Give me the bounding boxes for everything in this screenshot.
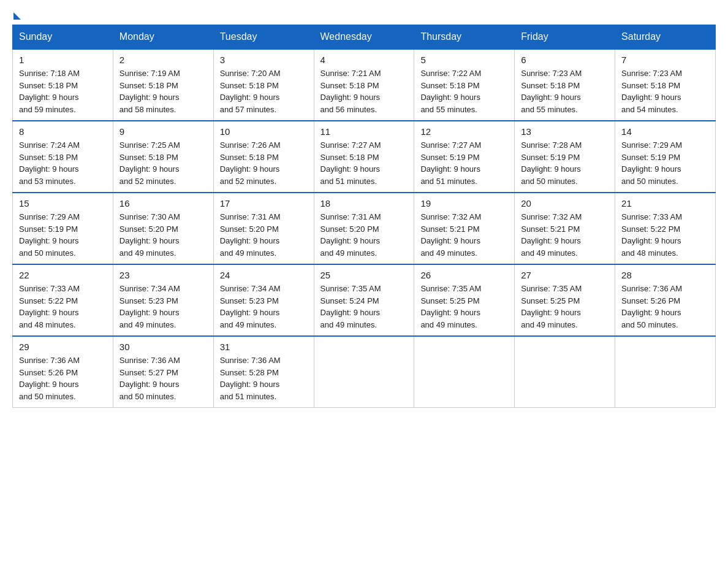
day-number: 31	[220, 342, 308, 352]
day-cell: 10 Sunrise: 7:26 AM Sunset: 5:18 PM Dayl…	[213, 121, 314, 193]
day-cell	[314, 336, 414, 408]
day-number: 4	[320, 55, 408, 65]
day-number: 11	[320, 126, 408, 137]
day-number: 21	[621, 198, 709, 209]
day-info: Sunrise: 7:27 AM Sunset: 5:18 PM Dayligh…	[320, 139, 408, 187]
day-cell: 2 Sunrise: 7:19 AM Sunset: 5:18 PM Dayli…	[113, 49, 213, 121]
logo-triangle-icon	[13, 12, 21, 20]
header-sunday: Sunday	[13, 25, 113, 50]
day-info: Sunrise: 7:35 AM Sunset: 5:24 PM Dayligh…	[320, 283, 408, 331]
day-info: Sunrise: 7:35 AM Sunset: 5:25 PM Dayligh…	[420, 283, 508, 331]
day-cell: 13 Sunrise: 7:28 AM Sunset: 5:19 PM Dayl…	[515, 121, 615, 193]
week-row-2: 8 Sunrise: 7:24 AM Sunset: 5:18 PM Dayli…	[13, 121, 716, 193]
day-number: 12	[420, 126, 508, 137]
logo	[12, 12, 21, 22]
day-cell: 3 Sunrise: 7:20 AM Sunset: 5:18 PM Dayli…	[213, 49, 314, 121]
day-info: Sunrise: 7:35 AM Sunset: 5:25 PM Dayligh…	[521, 283, 609, 331]
day-cell: 25 Sunrise: 7:35 AM Sunset: 5:24 PM Dayl…	[314, 264, 414, 336]
day-cell: 5 Sunrise: 7:22 AM Sunset: 5:18 PM Dayli…	[414, 49, 515, 121]
day-info: Sunrise: 7:34 AM Sunset: 5:23 PM Dayligh…	[119, 283, 207, 331]
day-number: 26	[420, 270, 508, 280]
day-number: 28	[621, 270, 709, 280]
day-number: 5	[420, 55, 508, 65]
day-number: 8	[19, 126, 107, 137]
day-info: Sunrise: 7:31 AM Sunset: 5:20 PM Dayligh…	[220, 211, 308, 259]
day-number: 10	[220, 126, 308, 137]
day-cell: 7 Sunrise: 7:23 AM Sunset: 5:18 PM Dayli…	[615, 49, 716, 121]
header-row: SundayMondayTuesdayWednesdayThursdayFrid…	[13, 25, 716, 50]
day-info: Sunrise: 7:33 AM Sunset: 5:22 PM Dayligh…	[621, 211, 709, 259]
day-number: 18	[320, 198, 408, 209]
day-number: 24	[220, 270, 308, 280]
day-info: Sunrise: 7:21 AM Sunset: 5:18 PM Dayligh…	[320, 67, 408, 115]
day-info: Sunrise: 7:22 AM Sunset: 5:18 PM Dayligh…	[420, 67, 508, 115]
day-number: 23	[119, 270, 207, 280]
day-cell	[515, 336, 615, 408]
day-number: 29	[19, 342, 107, 352]
page-header	[12, 12, 716, 18]
day-cell: 26 Sunrise: 7:35 AM Sunset: 5:25 PM Dayl…	[414, 264, 515, 336]
day-cell: 27 Sunrise: 7:35 AM Sunset: 5:25 PM Dayl…	[515, 264, 615, 336]
day-info: Sunrise: 7:20 AM Sunset: 5:18 PM Dayligh…	[220, 67, 308, 115]
day-cell: 15 Sunrise: 7:29 AM Sunset: 5:19 PM Dayl…	[13, 193, 113, 264]
header-tuesday: Tuesday	[213, 25, 314, 50]
day-info: Sunrise: 7:32 AM Sunset: 5:21 PM Dayligh…	[420, 211, 508, 259]
day-info: Sunrise: 7:30 AM Sunset: 5:20 PM Dayligh…	[119, 211, 207, 259]
week-row-1: 1 Sunrise: 7:18 AM Sunset: 5:18 PM Dayli…	[13, 49, 716, 121]
day-info: Sunrise: 7:31 AM Sunset: 5:20 PM Dayligh…	[320, 211, 408, 259]
day-number: 16	[119, 198, 207, 209]
day-cell: 9 Sunrise: 7:25 AM Sunset: 5:18 PM Dayli…	[113, 121, 213, 193]
day-cell: 30 Sunrise: 7:36 AM Sunset: 5:27 PM Dayl…	[113, 336, 213, 408]
day-number: 7	[621, 55, 709, 65]
day-number: 3	[220, 55, 308, 65]
day-cell: 24 Sunrise: 7:34 AM Sunset: 5:23 PM Dayl…	[213, 264, 314, 336]
header-friday: Friday	[515, 25, 615, 50]
day-info: Sunrise: 7:19 AM Sunset: 5:18 PM Dayligh…	[119, 67, 207, 115]
day-info: Sunrise: 7:23 AM Sunset: 5:18 PM Dayligh…	[621, 67, 709, 115]
day-info: Sunrise: 7:25 AM Sunset: 5:18 PM Dayligh…	[119, 139, 207, 187]
day-info: Sunrise: 7:24 AM Sunset: 5:18 PM Dayligh…	[19, 139, 107, 187]
day-info: Sunrise: 7:29 AM Sunset: 5:19 PM Dayligh…	[621, 139, 709, 187]
day-cell: 28 Sunrise: 7:36 AM Sunset: 5:26 PM Dayl…	[615, 264, 716, 336]
header-monday: Monday	[113, 25, 213, 50]
day-info: Sunrise: 7:26 AM Sunset: 5:18 PM Dayligh…	[220, 139, 308, 187]
day-info: Sunrise: 7:36 AM Sunset: 5:26 PM Dayligh…	[19, 354, 107, 402]
day-cell: 22 Sunrise: 7:33 AM Sunset: 5:22 PM Dayl…	[13, 264, 113, 336]
day-info: Sunrise: 7:23 AM Sunset: 5:18 PM Dayligh…	[521, 67, 609, 115]
day-info: Sunrise: 7:32 AM Sunset: 5:21 PM Dayligh…	[521, 211, 609, 259]
day-info: Sunrise: 7:34 AM Sunset: 5:23 PM Dayligh…	[220, 283, 308, 331]
day-cell	[615, 336, 716, 408]
day-cell: 14 Sunrise: 7:29 AM Sunset: 5:19 PM Dayl…	[615, 121, 716, 193]
week-row-3: 15 Sunrise: 7:29 AM Sunset: 5:19 PM Dayl…	[13, 193, 716, 264]
day-info: Sunrise: 7:27 AM Sunset: 5:19 PM Dayligh…	[420, 139, 508, 187]
day-cell: 6 Sunrise: 7:23 AM Sunset: 5:18 PM Dayli…	[515, 49, 615, 121]
day-number: 15	[19, 198, 107, 209]
day-number: 25	[320, 270, 408, 280]
day-number: 27	[521, 270, 609, 280]
day-cell: 17 Sunrise: 7:31 AM Sunset: 5:20 PM Dayl…	[213, 193, 314, 264]
header-thursday: Thursday	[414, 25, 515, 50]
calendar-table: SundayMondayTuesdayWednesdayThursdayFrid…	[12, 25, 716, 408]
day-number: 9	[119, 126, 207, 137]
day-number: 30	[119, 342, 207, 352]
day-number: 20	[521, 198, 609, 209]
day-cell: 20 Sunrise: 7:32 AM Sunset: 5:21 PM Dayl…	[515, 193, 615, 264]
day-number: 14	[621, 126, 709, 137]
day-info: Sunrise: 7:36 AM Sunset: 5:26 PM Dayligh…	[621, 283, 709, 331]
day-cell: 11 Sunrise: 7:27 AM Sunset: 5:18 PM Dayl…	[314, 121, 414, 193]
day-cell: 18 Sunrise: 7:31 AM Sunset: 5:20 PM Dayl…	[314, 193, 414, 264]
day-number: 19	[420, 198, 508, 209]
day-number: 13	[521, 126, 609, 137]
day-number: 22	[19, 270, 107, 280]
day-cell: 4 Sunrise: 7:21 AM Sunset: 5:18 PM Dayli…	[314, 49, 414, 121]
day-info: Sunrise: 7:36 AM Sunset: 5:28 PM Dayligh…	[220, 354, 308, 402]
logo-area	[12, 12, 21, 18]
week-row-4: 22 Sunrise: 7:33 AM Sunset: 5:22 PM Dayl…	[13, 264, 716, 336]
day-cell: 29 Sunrise: 7:36 AM Sunset: 5:26 PM Dayl…	[13, 336, 113, 408]
day-number: 2	[119, 55, 207, 65]
day-number: 17	[220, 198, 308, 209]
day-cell: 1 Sunrise: 7:18 AM Sunset: 5:18 PM Dayli…	[13, 49, 113, 121]
day-cell: 12 Sunrise: 7:27 AM Sunset: 5:19 PM Dayl…	[414, 121, 515, 193]
day-cell	[414, 336, 515, 408]
day-cell: 23 Sunrise: 7:34 AM Sunset: 5:23 PM Dayl…	[113, 264, 213, 336]
